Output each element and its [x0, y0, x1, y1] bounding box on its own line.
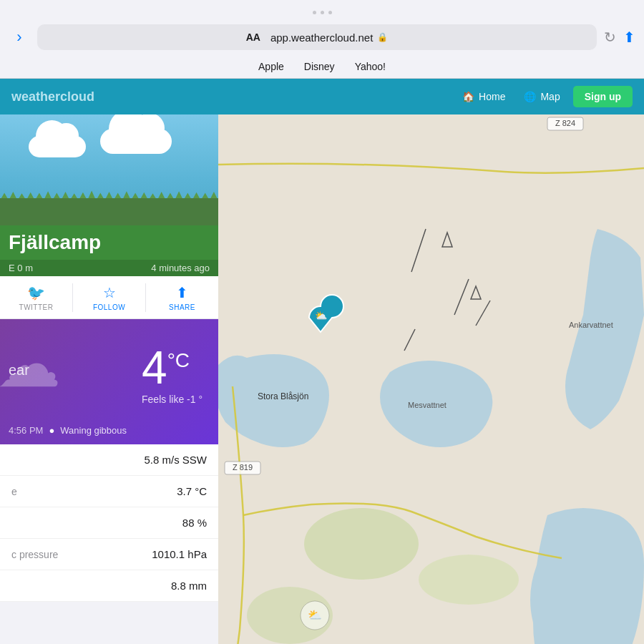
temperature-value: 4 [142, 345, 167, 391]
share-button[interactable]: ⬆ [623, 29, 635, 46]
svg-text:Z 819: Z 819 [233, 463, 253, 472]
svg-text:⛅: ⛅ [315, 310, 328, 322]
svg-text:Stora Blåsjön: Stora Blåsjön [258, 391, 308, 401]
map-svg: Z 824 Z 819 Stora Blåsjön Mesvattnet Ank… [218, 114, 644, 644]
follow-button[interactable]: ☆ FOLLOW [73, 284, 145, 311]
content-area: Fjällcamp E 0 m 4 minutes ago 🐦 TWITTER … [0, 114, 644, 644]
map-pin-secondary[interactable]: ⛅ [301, 601, 329, 630]
svg-text:⛅: ⛅ [308, 608, 322, 622]
moon-icon: ● [49, 425, 54, 436]
globe-icon: 🌐 [524, 91, 536, 102]
pressure-label: c pressure [11, 549, 58, 560]
station-name-bar: Fjällcamp [0, 225, 218, 260]
browser-dots [0, 0, 644, 20]
cloud-2 [100, 129, 172, 154]
url-text: app.weathercloud.net [270, 31, 373, 44]
data-row-pressure: c pressure 1010.1 hPa [0, 539, 218, 570]
grass-strip [0, 198, 218, 225]
data-row-wind: 5.8 m/s SSW [0, 444, 218, 476]
condition-text: ear [9, 362, 29, 379]
station-info-bar: E 0 m 4 minutes ago [0, 260, 218, 276]
rain-value: 8.8 mm [171, 580, 207, 592]
station-updated: 4 minutes ago [151, 263, 210, 273]
svg-point-3 [419, 555, 519, 605]
humidity-value: 88 % [182, 517, 207, 529]
weather-bottom: 4:56 PM ● Waning gibbous [9, 425, 210, 436]
signup-button[interactable]: Sign up [573, 86, 633, 107]
cloud-1 [29, 136, 86, 157]
reload-button[interactable]: ↻ [604, 29, 616, 46]
moon-phase: Waning gibbous [60, 425, 127, 436]
station-name: Fjällcamp [9, 231, 101, 254]
data-row-rain: 8.8 mm [0, 570, 218, 602]
nav-home[interactable]: 🏠 Home [457, 87, 511, 107]
weather-panel: ☁ 4 °C Feels like -1 ° ear 4:56 PM ● Wan… [0, 319, 218, 444]
left-panel: Fjällcamp E 0 m 4 minutes ago 🐦 TWITTER … [0, 114, 218, 644]
bookmarks-bar: Apple Disney Yahoo! [0, 54, 644, 79]
bookmark-apple[interactable]: Apple [258, 61, 284, 72]
temp2-value: 3.7 °C [177, 485, 207, 497]
feels-like: Feels like -1 ° [142, 394, 203, 405]
temp2-label: e [11, 486, 17, 497]
twitter-label: TWITTER [19, 303, 54, 311]
svg-point-1 [304, 508, 419, 580]
twitter-icon: 🐦 [27, 284, 45, 301]
wind-value: 5.8 m/s SSW [144, 454, 207, 466]
address-bar[interactable]: AA app.weathercloud.net 🔒 [37, 24, 597, 50]
twitter-button[interactable]: 🐦 TWITTER [0, 284, 72, 311]
svg-text:Z 824: Z 824 [555, 119, 575, 127]
nav-bar: weathercloud 🏠 Home 🌐 Map Sign up [0, 79, 644, 114]
social-bar: 🐦 TWITTER ☆ FOLLOW ⬆ SHARE [0, 276, 218, 319]
brand-logo: weathercloud [11, 89, 94, 104]
svg-text:Mesvattnet: Mesvattnet [408, 401, 447, 409]
text-size-control[interactable]: AA [246, 31, 260, 43]
map-area[interactable]: Z 824 Z 819 Stora Blåsjön Mesvattnet Ank… [218, 114, 644, 644]
data-row-temp2: e 3.7 °C [0, 476, 218, 507]
nav-map[interactable]: 🌐 Map [518, 87, 565, 107]
follow-label: FOLLOW [93, 303, 125, 311]
pressure-value: 1010.1 hPa [152, 548, 207, 560]
share-icon: ⬆ [176, 284, 188, 301]
weather-time: 4:56 PM [9, 425, 43, 436]
svg-text:Ankarvattnet: Ankarvattnet [569, 321, 613, 329]
home-icon: 🏠 [462, 91, 474, 102]
star-icon: ☆ [103, 284, 116, 301]
weather-header-image [0, 114, 218, 225]
weather-data-rows: 5.8 m/s SSW e 3.7 °C 88 % c pressure 101… [0, 444, 218, 602]
data-row-humidity: 88 % [0, 507, 218, 539]
temperature-unit: °C [167, 345, 190, 372]
bookmark-disney[interactable]: Disney [304, 61, 335, 72]
back-button[interactable]: › [9, 28, 30, 47]
temperature-block: 4 °C Feels like -1 ° [142, 345, 210, 405]
share-social-button[interactable]: ⬆ SHARE [146, 284, 218, 311]
station-direction-elevation: E 0 m [9, 263, 33, 273]
browser-bar: › AA app.weathercloud.net 🔒 ↻ ⬆ [0, 20, 644, 54]
bookmark-yahoo[interactable]: Yahoo! [355, 61, 386, 72]
share-label: SHARE [169, 303, 195, 311]
lock-icon: 🔒 [377, 32, 388, 42]
